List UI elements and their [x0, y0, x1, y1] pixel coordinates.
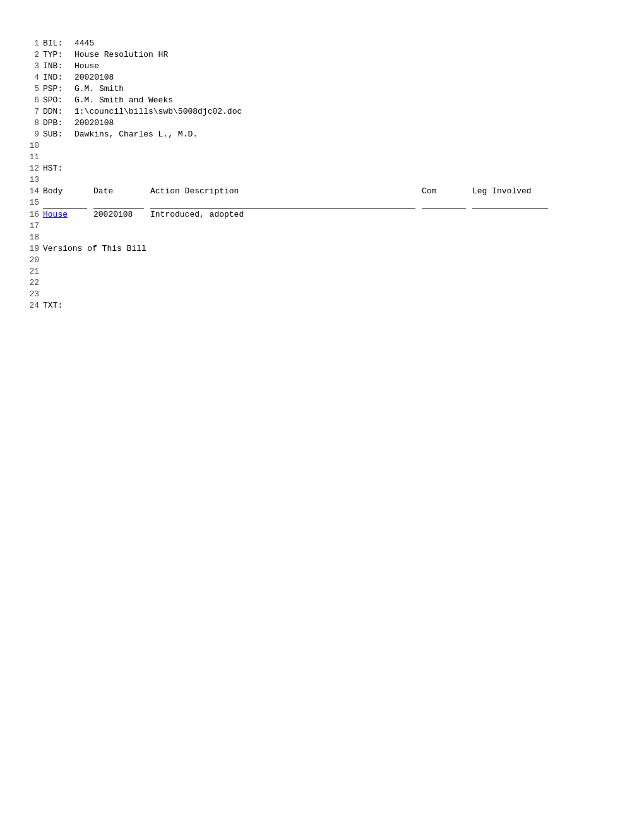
line-content-5: PSP: G.M. Smith [43, 83, 124, 95]
label-dpb: DPB: [43, 118, 75, 129]
label-ddn: DDN: [43, 106, 75, 118]
line-num-19: 19 [25, 243, 43, 255]
label-hst: HST: [43, 163, 75, 174]
value-psp: G.M. Smith [75, 83, 124, 95]
line-20: 20 [25, 255, 619, 266]
line-1: 1 BIL: 4445 [25, 38, 619, 49]
label-sub: SUB: [43, 129, 75, 140]
label-bil: BIL: [43, 38, 75, 49]
label-ind: IND: [43, 72, 75, 83]
document-content: 1 BIL: 4445 2 TYP: House Resolution HR 3… [25, 38, 619, 311]
label-txt: TXT: [43, 300, 75, 311]
table-col-header-com: Com [422, 186, 472, 197]
label-inb: INB: [43, 61, 75, 72]
table-col-header-leg: Leg Involved [472, 186, 554, 197]
line-7: 7 DDN: 1:\council\bills\swb\5008djc02.do… [25, 106, 619, 118]
table-col-header-body: Body [43, 186, 93, 197]
line-21: 21 [25, 266, 619, 277]
line-content-7: DDN: 1:\council\bills\swb\5008djc02.doc [43, 106, 242, 118]
line-num-13: 13 [25, 174, 43, 186]
table-cell-body[interactable]: House [43, 209, 93, 221]
line-12: 12 HST: [25, 163, 619, 174]
line-num-4: 4 [25, 72, 43, 83]
underline-leg [472, 197, 548, 209]
label-spo: SPO: [43, 95, 75, 106]
value-typ: House Resolution HR [75, 49, 168, 61]
line-num-23: 23 [25, 289, 43, 300]
line-num-9: 9 [25, 129, 43, 140]
line-22: 22 [25, 277, 619, 289]
table-underline-row: 15 [25, 197, 619, 209]
line-13: 13 [25, 174, 619, 186]
line-num-5: 5 [25, 83, 43, 95]
table-cell-action: Introduced, adopted [150, 209, 422, 221]
line-content-6: SPO: G.M. Smith and Weeks [43, 95, 173, 106]
line-content-3: INB: House [43, 61, 99, 72]
line-num-1: 1 [25, 38, 43, 49]
line-num-7: 7 [25, 106, 43, 118]
label-psp: PSP: [43, 83, 75, 95]
line-num-11: 11 [25, 152, 43, 163]
line-18: 18 [25, 232, 619, 243]
line-content-2: TYP: House Resolution HR [43, 49, 168, 61]
line-23: 23 [25, 289, 619, 300]
table-data-row: 16 House 20020108 Introduced, adopted [25, 209, 619, 221]
line-17: 17 [25, 221, 619, 232]
line-num-17: 17 [25, 221, 43, 232]
underline-action [150, 197, 415, 209]
table-cell-date: 20020108 [93, 209, 150, 221]
value-sub: Dawkins, Charles L., M.D. [75, 129, 198, 140]
value-ddn: 1:\council\bills\swb\5008djc02.doc [75, 106, 242, 118]
line-num-22: 22 [25, 277, 43, 289]
table-col-header-action: Action Description [150, 186, 422, 197]
line-4: 4 IND: 20020108 [25, 72, 619, 83]
house-link[interactable]: House [43, 210, 68, 219]
line-11: 11 [25, 152, 619, 163]
line-num-6: 6 [25, 95, 43, 106]
line-content-12: HST: [43, 163, 75, 174]
line-num-2: 2 [25, 49, 43, 61]
value-bil: 4445 [75, 38, 94, 49]
line-num-18: 18 [25, 232, 43, 243]
line-5: 5 PSP: G.M. Smith [25, 83, 619, 95]
line-content-4: IND: 20020108 [43, 72, 114, 83]
line-num-3: 3 [25, 61, 43, 72]
value-inb: House [75, 61, 99, 72]
underline-body [43, 197, 87, 209]
line-num-24: 24 [25, 300, 43, 311]
line-num-10: 10 [25, 140, 43, 152]
line-10: 10 [25, 140, 619, 152]
line-num-12: 12 [25, 163, 43, 174]
underline-date [93, 197, 144, 209]
line-num-21: 21 [25, 266, 43, 277]
line-content-8: DPB: 20020108 [43, 118, 114, 129]
line-content-1: BIL: 4445 [43, 38, 94, 49]
line-num-15: 15 [25, 197, 43, 208]
underline-com [422, 197, 466, 209]
label-typ: TYP: [43, 49, 75, 61]
line-num-14: 14 [25, 186, 43, 197]
value-ind: 20020108 [75, 72, 114, 83]
line-num-20: 20 [25, 255, 43, 266]
table-col-header-date: Date [93, 186, 150, 197]
versions-label: Versions of This Bill [43, 243, 146, 255]
line-19: 19 Versions of This Bill [25, 243, 619, 255]
value-spo: G.M. Smith and Weeks [75, 95, 173, 106]
line-24: 24 TXT: [25, 300, 619, 311]
line-2: 2 TYP: House Resolution HR [25, 49, 619, 61]
line-content-9: SUB: Dawkins, Charles L., M.D. [43, 129, 198, 140]
line-9: 9 SUB: Dawkins, Charles L., M.D. [25, 129, 619, 140]
line-3: 3 INB: House [25, 61, 619, 72]
line-num-16: 16 [25, 209, 43, 221]
table-header-row: 14 Body Date Action Description Com Leg … [25, 186, 619, 197]
value-dpb: 20020108 [75, 118, 114, 129]
line-6: 6 SPO: G.M. Smith and Weeks [25, 95, 619, 106]
line-8: 8 DPB: 20020108 [25, 118, 619, 129]
line-num-8: 8 [25, 118, 43, 129]
